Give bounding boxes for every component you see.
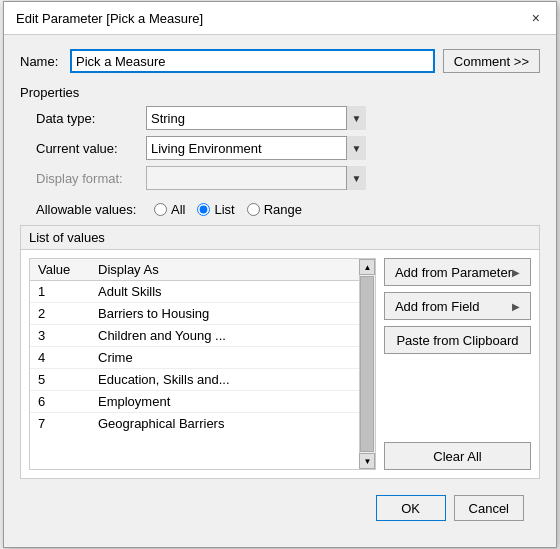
cell-display: Children and Young ... <box>90 325 359 347</box>
scrollbar-track[interactable]: ▲ ▼ <box>359 259 375 469</box>
list-area: Value Display As 1Adult Skills2Barriers … <box>21 250 539 478</box>
dialog-body: Name: Comment >> Properties Data type: S… <box>4 35 556 547</box>
spacer <box>384 360 531 436</box>
scroll-up-button[interactable]: ▲ <box>359 259 375 275</box>
data-type-label: Data type: <box>36 111 146 126</box>
cell-display: Barriers to Housing <box>90 303 359 325</box>
display-format-row: Display format: ▼ <box>20 166 540 190</box>
allowable-values-row: Allowable values: All List Range <box>20 202 540 217</box>
col-header-display: Display As <box>90 259 359 281</box>
cell-display: Geographical Barriers <box>90 413 359 435</box>
scroll-thumb[interactable] <box>360 276 374 452</box>
comment-button[interactable]: Comment >> <box>443 49 540 73</box>
cell-value: 3 <box>30 325 90 347</box>
display-format-label: Display format: <box>36 171 146 186</box>
table-row[interactable]: 4Crime <box>30 347 359 369</box>
name-label: Name: <box>20 54 62 69</box>
add-from-parameter-button[interactable]: Add from Parameter ▶ <box>384 258 531 286</box>
ok-button[interactable]: OK <box>376 495 446 521</box>
radio-list[interactable]: List <box>197 202 234 217</box>
current-value-row: Current value: Living Environment Adult … <box>20 136 540 160</box>
radio-all-input[interactable] <box>154 203 167 216</box>
table-row[interactable]: 1Adult Skills <box>30 281 359 303</box>
current-value-select[interactable]: Living Environment Adult Skills Barriers… <box>146 136 366 160</box>
cell-value: 2 <box>30 303 90 325</box>
allowable-values-label: Allowable values: <box>36 202 146 217</box>
radio-list-label: List <box>214 202 234 217</box>
current-value-label: Current value: <box>36 141 146 156</box>
radio-range[interactable]: Range <box>247 202 302 217</box>
cell-value: 1 <box>30 281 90 303</box>
add-from-field-button[interactable]: Add from Field ▶ <box>384 292 531 320</box>
display-format-select <box>146 166 366 190</box>
properties-title: Properties <box>20 85 540 100</box>
table-row[interactable]: 5Education, Skills and... <box>30 369 359 391</box>
radio-range-input[interactable] <box>247 203 260 216</box>
data-type-select-wrapper[interactable]: String Integer Float Boolean ▼ <box>146 106 366 130</box>
cell-display: Employment <box>90 391 359 413</box>
allowable-radio-group: All List Range <box>154 202 302 217</box>
list-table-container: Value Display As 1Adult Skills2Barriers … <box>29 258 376 470</box>
current-value-select-wrapper[interactable]: Living Environment Adult Skills Barriers… <box>146 136 366 160</box>
title-bar: Edit Parameter [Pick a Measure] × <box>4 2 556 35</box>
radio-all-label: All <box>171 202 185 217</box>
table-row[interactable]: 2Barriers to Housing <box>30 303 359 325</box>
name-input[interactable] <box>70 49 435 73</box>
list-section-title: List of values <box>21 226 539 250</box>
scroll-down-button[interactable]: ▼ <box>359 453 375 469</box>
cell-value: 6 <box>30 391 90 413</box>
add-from-field-arrow-icon: ▶ <box>512 301 520 312</box>
cell-value: 5 <box>30 369 90 391</box>
cell-display: Adult Skills <box>90 281 359 303</box>
edit-parameter-dialog: Edit Parameter [Pick a Measure] × Name: … <box>3 1 557 548</box>
radio-list-input[interactable] <box>197 203 210 216</box>
list-table: Value Display As 1Adult Skills2Barriers … <box>30 259 359 434</box>
table-row[interactable]: 6Employment <box>30 391 359 413</box>
radio-range-label: Range <box>264 202 302 217</box>
list-of-values-section: List of values Value Display As <box>20 225 540 479</box>
add-from-field-label: Add from Field <box>395 299 480 314</box>
table-scroll[interactable]: Value Display As 1Adult Skills2Barriers … <box>30 259 359 459</box>
add-from-parameter-label: Add from Parameter <box>395 265 512 280</box>
add-from-parameter-arrow-icon: ▶ <box>512 267 520 278</box>
paste-from-clipboard-button[interactable]: Paste from Clipboard <box>384 326 531 354</box>
data-type-select[interactable]: String Integer Float Boolean <box>146 106 366 130</box>
dialog-footer: OK Cancel <box>20 491 540 535</box>
table-row[interactable]: 7Geographical Barriers <box>30 413 359 435</box>
col-header-value: Value <box>30 259 90 281</box>
close-button[interactable]: × <box>528 10 544 26</box>
cell-value: 7 <box>30 413 90 435</box>
properties-section: Properties Data type: String Integer Flo… <box>20 85 540 190</box>
radio-all[interactable]: All <box>154 202 185 217</box>
cancel-button[interactable]: Cancel <box>454 495 524 521</box>
display-format-select-wrapper: ▼ <box>146 166 366 190</box>
data-type-row: Data type: String Integer Float Boolean … <box>20 106 540 130</box>
dialog-title: Edit Parameter [Pick a Measure] <box>16 11 203 26</box>
cell-display: Education, Skills and... <box>90 369 359 391</box>
clear-all-button[interactable]: Clear All <box>384 442 531 470</box>
table-row[interactable]: 3Children and Young ... <box>30 325 359 347</box>
side-buttons: Add from Parameter ▶ Add from Field ▶ Pa… <box>384 258 531 470</box>
table-scroll-area: Value Display As 1Adult Skills2Barriers … <box>30 259 375 469</box>
cell-display: Crime <box>90 347 359 369</box>
name-row: Name: Comment >> <box>20 49 540 73</box>
cell-value: 4 <box>30 347 90 369</box>
